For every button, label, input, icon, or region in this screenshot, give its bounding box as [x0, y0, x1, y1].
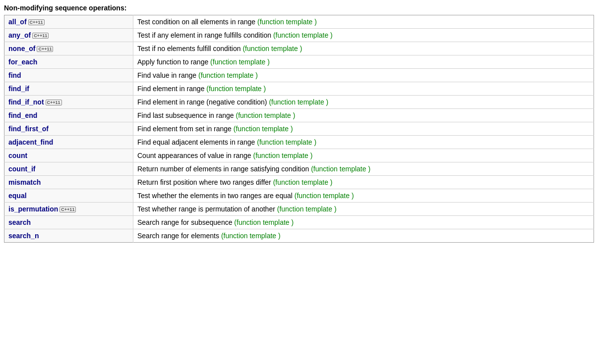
function-name[interactable]: any_of — [8, 31, 31, 39]
cpp11-badge: C++11 — [46, 100, 62, 105]
function-name[interactable]: find_if_not — [8, 98, 44, 106]
function-name[interactable]: adjacent_find — [8, 138, 53, 146]
function-name-cell: equal — [4, 189, 133, 203]
operations-table: all_ofC++11Test condition on all element… — [4, 15, 594, 243]
table-row: find_first_ofFind element from set in ra… — [4, 122, 594, 136]
function-name-cell: count_if — [4, 162, 133, 176]
description-text: Search range for subsequence — [137, 218, 234, 226]
description-text: Find value in range — [137, 71, 198, 79]
table-row: findFind value in range (function templa… — [4, 69, 594, 82]
description-text: Count appearances of value in range — [137, 152, 253, 159]
function-name-cell: mismatch — [4, 176, 133, 189]
function-name[interactable]: mismatch — [8, 178, 41, 186]
function-template-label: (function template ) — [295, 192, 354, 200]
function-name-cell: find_if_notC++11 — [4, 96, 133, 109]
description-text: Test condition on all elements in range — [137, 18, 257, 26]
description-cell: Find element from set in range (function… — [133, 122, 594, 136]
function-template-label: (function template ) — [273, 31, 333, 39]
description-cell: Find value in range (function template ) — [133, 69, 594, 82]
description-cell: Test if no elements fulfill condition (f… — [133, 42, 594, 55]
function-name[interactable]: find_if — [8, 85, 29, 93]
description-cell: Find element in range (negative conditio… — [133, 96, 594, 109]
function-name-cell: find_end — [4, 109, 133, 122]
table-row: adjacent_findFind equal adjacent element… — [4, 136, 594, 149]
function-template-label: (function template ) — [206, 85, 266, 93]
description-cell: Test whether range is permutation of ano… — [133, 203, 594, 216]
function-name-cell: find — [4, 69, 133, 82]
function-template-label: (function template ) — [198, 71, 258, 79]
description-text: Test whether the elements in two ranges … — [137, 192, 295, 200]
table-row: find_if_notC++11Find element in range (n… — [4, 96, 594, 109]
description-cell: Test if any element in range fulfills co… — [133, 29, 594, 42]
table-row: is_permutationC++11Test whether range is… — [4, 203, 594, 216]
function-name-cell: search_n — [4, 229, 133, 243]
description-cell: Test whether the elements in two ranges … — [133, 189, 594, 203]
function-template-label: (function template ) — [257, 18, 317, 26]
function-template-label: (function template ) — [242, 45, 302, 52]
table-row: equalTest whether the elements in two ra… — [4, 189, 594, 203]
cpp11-badge: C++11 — [32, 33, 49, 39]
description-text: Test whether range is permutation of ano… — [137, 205, 277, 213]
function-name-cell: is_permutationC++11 — [4, 203, 133, 216]
table-row: none_ofC++11Test if no elements fulfill … — [4, 42, 594, 55]
function-name-cell: find_if — [4, 82, 133, 96]
function-name[interactable]: for_each — [8, 58, 37, 66]
description-cell: Search range for subsequence (function t… — [133, 216, 594, 229]
description-cell: Test condition on all elements in range … — [133, 15, 594, 29]
function-name[interactable]: is_permutation — [8, 205, 58, 213]
description-text: Find element in range — [137, 85, 206, 93]
description-text: Search range for elements — [137, 232, 221, 240]
table-row: any_ofC++11Test if any element in range … — [4, 29, 594, 42]
description-cell: Apply function to range (function templa… — [133, 55, 594, 69]
function-name-cell: any_ofC++11 — [4, 29, 133, 42]
function-name[interactable]: search — [8, 218, 31, 226]
function-name-cell: count — [4, 149, 133, 162]
table-row: searchSearch range for subsequence (func… — [4, 216, 594, 229]
section-title: Non-modifying sequence operations: — [4, 4, 594, 12]
table-row: count_ifReturn number of elements in ran… — [4, 162, 594, 176]
description-text: Find element in range (negative conditio… — [137, 98, 269, 106]
function-template-label: (function template ) — [311, 165, 370, 173]
description-text: Find last subsequence in range — [137, 111, 236, 119]
function-template-label: (function template ) — [210, 58, 270, 66]
function-name[interactable]: find_first_of — [8, 125, 49, 133]
function-template-label: (function template ) — [234, 218, 294, 226]
table-row: find_endFind last subsequence in range (… — [4, 109, 594, 122]
function-name[interactable]: find_end — [8, 111, 37, 119]
function-name[interactable]: equal — [8, 192, 27, 200]
table-row: countCount appearances of value in range… — [4, 149, 594, 162]
table-row: search_nSearch range for elements (funct… — [4, 229, 594, 243]
function-name-cell: search — [4, 216, 133, 229]
function-template-label: (function template ) — [273, 178, 333, 186]
description-text: Test if no elements fulfill condition — [137, 45, 242, 52]
function-template-label: (function template ) — [277, 205, 337, 213]
table-row: all_ofC++11Test condition on all element… — [4, 15, 594, 29]
table-row: find_ifFind element in range (function t… — [4, 82, 594, 96]
description-text: Apply function to range — [137, 58, 210, 66]
function-name[interactable]: search_n — [8, 232, 39, 240]
function-name[interactable]: find — [8, 71, 21, 79]
function-template-label: (function template ) — [221, 232, 281, 240]
function-name[interactable]: all_of — [8, 18, 27, 26]
function-name-cell: none_ofC++11 — [4, 42, 133, 55]
description-cell: Return first position where two ranges d… — [133, 176, 594, 189]
function-name[interactable]: count_if — [8, 165, 35, 173]
description-text: Return number of elements in range satis… — [137, 165, 311, 173]
cpp11-badge: C++11 — [60, 207, 76, 212]
function-name-cell: adjacent_find — [4, 136, 133, 149]
description-cell: Find last subsequence in range (function… — [133, 109, 594, 122]
description-cell: Find element in range (function template… — [133, 82, 594, 96]
function-template-label: (function template ) — [257, 138, 316, 146]
cpp11-badge: C++11 — [28, 19, 45, 25]
table-row: for_eachApply function to range (functio… — [4, 55, 594, 69]
function-name-cell: find_first_of — [4, 122, 133, 136]
function-template-label: (function template ) — [236, 111, 295, 119]
description-text: Find element from set in range — [137, 125, 234, 133]
cpp11-badge: C++11 — [37, 46, 53, 52]
function-name[interactable]: count — [8, 152, 27, 159]
function-template-label: (function template ) — [253, 152, 313, 159]
function-name[interactable]: none_of — [8, 45, 35, 52]
function-template-label: (function template ) — [234, 125, 293, 133]
table-row: mismatchReturn first position where two … — [4, 176, 594, 189]
function-name-cell: all_ofC++11 — [4, 15, 133, 29]
